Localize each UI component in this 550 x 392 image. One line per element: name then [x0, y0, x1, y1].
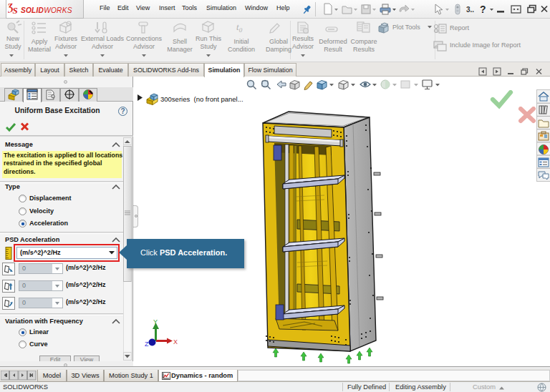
svg-text:X: X — [173, 338, 178, 346]
svg-text:S: S — [13, 5, 18, 16]
svg-text:Z: Z — [145, 340, 149, 347]
svg-text:t0: t0 — [236, 21, 243, 34]
svg-text:3..: 3.. — [466, 6, 474, 14]
svg-text:?: ? — [480, 4, 486, 15]
svg-text:SOLIDWORKS: SOLIDWORKS — [21, 6, 72, 14]
